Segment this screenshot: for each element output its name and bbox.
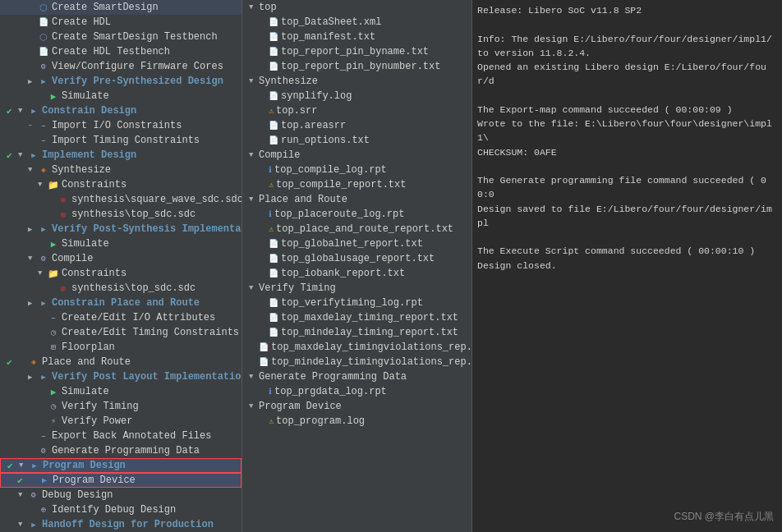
tree-item-label: Compile [52, 253, 93, 264]
mid-globalnet[interactable]: 📄top_globalnet_report.txt [242, 236, 472, 251]
verify-post-layout[interactable]: ▶▶Verify Post Layout Implementation [0, 369, 242, 384]
verify-power[interactable]: ⚡Verify Power [0, 414, 242, 429]
mid-datasheet[interactable]: 📄top_DataSheet.xml [242, 15, 472, 30]
place-and-route[interactable]: ✔◈Place and Route [0, 355, 242, 369]
mid-place-route-report[interactable]: ⚠top_place_and_route_report.txt [242, 222, 472, 236]
create-edit-io[interactable]: –Create/Edit I/O Attributes [0, 310, 242, 325]
expand-icon[interactable]: ▶ [28, 77, 38, 86]
mid-item-label: top_verifytiming_log.rpt [281, 297, 423, 309]
mid-top-areasrr[interactable]: 📄top.areasrr [242, 118, 472, 133]
view-configure-firmware[interactable]: ⚙View/Configure Firmware Cores [0, 59, 242, 74]
compile[interactable]: ▼⚙Compile [0, 251, 242, 266]
sdc-file-2[interactable]: ⊗synthesis\top_sdc.sdc [0, 207, 242, 222]
create-smartdesign[interactable]: ⬡Create SmartDesign [0, 0, 242, 15]
synthesize[interactable]: ▼◈Synthesize [0, 163, 242, 177]
mid-maxdelay-report[interactable]: 📄top_maxdelay_timing_report.txt [242, 310, 472, 325]
mid-verify-timing[interactable]: ▼Verify Timing [242, 281, 472, 296]
mid-mindelay-violations[interactable]: 📄top_mindelay_timingviolations_rep... [242, 355, 472, 369]
constrain-place-route[interactable]: ▶▶Constrain Place and Route [0, 296, 242, 310]
warning-icon: ⚠ [269, 415, 274, 427]
mid-compile[interactable]: ▼Compile [242, 148, 472, 163]
constrain-design[interactable]: ✔▼▶Constrain Design [0, 103, 242, 118]
expand-icon[interactable]: ▼ [249, 402, 259, 410]
mid-gen-prog-data[interactable]: ▼Generate Programming Data [242, 369, 472, 384]
mid-compile-log[interactable]: ℹtop_compile_log.rpt [242, 163, 472, 177]
create-smartdesign-testbench[interactable]: ⬡Create SmartDesign Testbench [0, 30, 242, 44]
sdc-file-3[interactable]: ⊗synthesis\top_sdc.sdc [0, 281, 242, 296]
expand-icon[interactable]: ▼ [38, 269, 48, 277]
import-timing-constraints[interactable]: –Import Timing Constraints [0, 133, 242, 148]
mid-placeroute[interactable]: ▼Place and Route [242, 192, 472, 207]
expand-icon[interactable]: ▼ [249, 3, 259, 11]
debug-design[interactable]: ▼⚙Debug Design [0, 488, 242, 502]
mid-program-device[interactable]: ▼Program Device [242, 399, 472, 414]
expand-icon[interactable]: ▼ [38, 181, 48, 189]
mid-pin-bynumber[interactable]: 📄top_report_pin_bynumber.txt [242, 59, 472, 74]
expand-icon[interactable]: ▼ [249, 77, 259, 85]
simulate-post[interactable]: ▶Simulate [0, 236, 242, 251]
simulate-pre[interactable]: ▶Simulate [0, 89, 242, 103]
generate-programming-data[interactable]: ⚙Generate Programming Data [0, 443, 242, 458]
verify-timing[interactable]: ◷Verify Timing [0, 399, 242, 414]
tree-item-label: Create SmartDesign [52, 2, 159, 13]
expand-icon[interactable]: ▼ [28, 166, 38, 174]
mid-placeroute-log[interactable]: ℹtop_placeroute_log.rpt [242, 207, 472, 222]
identify-debug[interactable]: ⊕Identify Debug Design [0, 502, 242, 517]
tree-item-label: Generate Programming Data [52, 445, 200, 456]
expand-icon[interactable]: ▼ [18, 521, 28, 529]
expand-icon[interactable]: ▼ [19, 461, 29, 470]
program-device[interactable]: ✔▶Program Device [0, 473, 242, 488]
tree-item-label: Create HDL Testbench [52, 46, 170, 57]
program-design[interactable]: ✔▼▶Program Design [0, 458, 242, 473]
sdc-file-1[interactable]: ⊗synthesis\square_wave_sdc.sdc [0, 192, 242, 207]
warning-icon: ⚠ [269, 179, 274, 190]
export-back-annotated[interactable]: –Export Back Annotated Files [0, 429, 242, 443]
expand-icon[interactable]: ▼ [28, 255, 38, 263]
mid-manifest[interactable]: 📄top_manifest.txt [242, 30, 472, 44]
simulate-icon: ▶ [48, 386, 59, 397]
mid-verifytiming-log[interactable]: 📄top_verifytiming_log.rpt [242, 296, 472, 310]
simulate-layout[interactable]: ▶Simulate [0, 384, 242, 399]
expand-icon[interactable]: ▶ [28, 299, 38, 308]
file-icon: 📄 [269, 90, 278, 102]
expand-icon[interactable]: ▼ [18, 491, 28, 499]
verify-post-synthesis[interactable]: ▶▶Verify Post-Synthesis Implementation [0, 222, 242, 236]
create-hdl-testbench[interactable]: 📄Create HDL Testbench [0, 44, 242, 59]
expand-icon[interactable]: ▶ [28, 225, 38, 234]
mid-top-program-log[interactable]: ⚠top_program.log [242, 414, 472, 429]
left-tree-panel: ⬡Create SmartDesign📄Create HDL⬡Create Sm… [0, 0, 242, 532]
mid-compile-report[interactable]: ⚠top_compile_report.txt [242, 177, 472, 192]
mid-synplify[interactable]: 📄synplify.log [242, 89, 472, 103]
file-icon: 📄 [269, 268, 278, 279]
expand-icon[interactable]: ▼ [249, 195, 259, 204]
mid-top-srr[interactable]: ⚠top.srr [242, 103, 472, 118]
mid-maxdelay-violations[interactable]: 📄top_maxdelay_timingviolations_rep... [242, 340, 472, 355]
expand-icon[interactable]: ▼ [249, 373, 259, 381]
expand-icon[interactable]: ▼ [249, 284, 259, 292]
expand-icon[interactable]: ▼ [249, 151, 259, 159]
expand-icon[interactable]: ▶ [28, 373, 38, 382]
handoff-design[interactable]: ▼▶Handoff Design for Production [0, 517, 242, 532]
mid-top-label[interactable]: ▼top [242, 0, 472, 15]
mid-synthesize[interactable]: ▼Synthesize [242, 74, 472, 89]
checkmark-icon: ✔ [7, 106, 18, 117]
create-edit-timing[interactable]: ◷Create/Edit Timing Constraints [0, 325, 242, 340]
mid-pin-byname[interactable]: 📄top_report_pin_byname.txt [242, 44, 472, 59]
mid-mindelay-report[interactable]: 📄top_mindelay_timing_report.txt [242, 325, 472, 340]
verify-pre-synthesized[interactable]: ▶▶Verify Pre-Synthesized Design [0, 74, 242, 89]
prog-icon: ▶ [39, 475, 50, 486]
floorplan[interactable]: ⊞Floorplan [0, 340, 242, 355]
expand-icon[interactable]: ▼ [18, 151, 28, 159]
import-io-constraints[interactable]: ––Import I/O Constraints [0, 118, 242, 133]
tree-item-label: Program Design [43, 460, 126, 471]
implement-design[interactable]: ✔▼▶Implement Design [0, 148, 242, 163]
constraints-folder-2[interactable]: ▼📁Constraints [0, 266, 242, 281]
mid-run-options[interactable]: 📄run_options.txt [242, 133, 472, 148]
constraints-folder[interactable]: ▼📁Constraints [0, 177, 242, 192]
mid-globalusage[interactable]: 📄top_globalusage_report.txt [242, 251, 472, 266]
tree-item-label: Place and Route [42, 356, 131, 368]
expand-icon[interactable]: ▼ [18, 107, 28, 115]
create-hdl[interactable]: 📄Create HDL [0, 15, 242, 30]
mid-prgdata-log[interactable]: ℹtop_prgdata_log.rpt [242, 384, 472, 399]
mid-iobank[interactable]: 📄top_iobank_report.txt [242, 266, 472, 281]
